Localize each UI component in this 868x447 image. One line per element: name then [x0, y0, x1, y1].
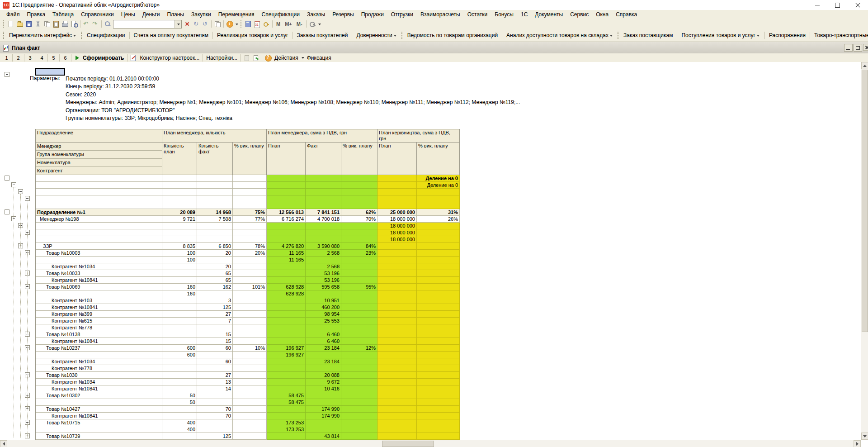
- row-name-cell[interactable]: Товар №10237: [36, 345, 162, 352]
- value-cell[interactable]: [417, 284, 460, 290]
- value-cell[interactable]: [162, 297, 197, 304]
- column-header[interactable]: Кількість факт: [197, 143, 233, 175]
- menu-item[interactable]: Отгрузки: [387, 10, 417, 19]
- value-cell[interactable]: [341, 175, 377, 182]
- interface-button[interactable]: Спецификации: [84, 31, 127, 40]
- value-cell[interactable]: [162, 311, 197, 318]
- value-cell[interactable]: [417, 413, 460, 419]
- value-cell[interactable]: [162, 318, 197, 324]
- row-name-cell[interactable]: [36, 175, 162, 182]
- value-cell[interactable]: [197, 189, 233, 195]
- value-cell[interactable]: [377, 195, 417, 202]
- value-cell[interactable]: [162, 331, 197, 338]
- row-name-cell[interactable]: [36, 195, 162, 202]
- menu-item[interactable]: 1С: [517, 10, 531, 19]
- interface-button[interactable]: Заказ поставщикам: [621, 31, 675, 40]
- value-cell[interactable]: 77%: [233, 216, 267, 223]
- value-cell[interactable]: [162, 413, 197, 419]
- value-cell[interactable]: 6 460: [306, 338, 341, 345]
- value-cell[interactable]: 18 000 000: [377, 223, 417, 229]
- scroll-up-button[interactable]: [861, 62, 868, 69]
- value-cell[interactable]: [233, 331, 267, 338]
- settings-constructor-button[interactable]: Конструктор настроек...: [138, 55, 201, 61]
- menu-item[interactable]: Спецификации: [258, 10, 303, 19]
- vertical-scrollbar-thumb[interactable]: [862, 70, 868, 332]
- value-cell[interactable]: [197, 257, 233, 263]
- value-cell[interactable]: 125: [197, 304, 233, 311]
- menu-item[interactable]: Документы: [531, 10, 566, 19]
- value-cell[interactable]: 9 721: [162, 216, 197, 223]
- value-cell[interactable]: [417, 433, 460, 440]
- menu-item[interactable]: Продажи: [358, 10, 387, 19]
- value-cell[interactable]: [306, 419, 341, 426]
- row-name-cell[interactable]: Контрагент №1034: [36, 263, 162, 270]
- value-cell[interactable]: 20 089: [162, 209, 197, 216]
- value-cell[interactable]: [377, 324, 417, 331]
- value-cell[interactable]: [377, 385, 417, 392]
- value-cell[interactable]: 400: [162, 426, 197, 433]
- value-cell[interactable]: [162, 263, 197, 270]
- value-cell[interactable]: [341, 385, 377, 392]
- value-cell[interactable]: [267, 372, 306, 379]
- value-cell[interactable]: 14 968: [197, 209, 233, 216]
- save-settings-icon[interactable]: [252, 54, 259, 62]
- value-cell[interactable]: [417, 379, 460, 385]
- value-cell[interactable]: [417, 426, 460, 433]
- value-cell[interactable]: [306, 189, 341, 195]
- row-name-cell[interactable]: Товар №10003: [36, 250, 162, 257]
- value-cell[interactable]: [267, 365, 306, 372]
- row-name-cell[interactable]: [36, 202, 162, 209]
- value-cell[interactable]: 27: [197, 311, 233, 318]
- value-cell[interactable]: [233, 257, 267, 263]
- menu-item[interactable]: Перемещения: [215, 10, 258, 19]
- interface-button[interactable]: Счета на оплату покупателям: [131, 31, 211, 40]
- value-cell[interactable]: 460 200: [306, 304, 341, 311]
- value-cell[interactable]: [377, 352, 417, 358]
- value-cell[interactable]: [233, 426, 267, 433]
- menu-item[interactable]: Бонусы: [491, 10, 517, 19]
- row-name-cell[interactable]: [36, 352, 162, 358]
- row-name-cell[interactable]: Товар №10427: [36, 406, 162, 413]
- row-name-cell[interactable]: [36, 182, 162, 189]
- generate-button[interactable]: Сформировать: [81, 55, 126, 61]
- scroll-left-button[interactable]: [0, 440, 7, 447]
- value-cell[interactable]: [233, 406, 267, 413]
- value-cell[interactable]: 10 416: [306, 385, 341, 392]
- value-cell[interactable]: [306, 290, 341, 297]
- value-cell[interactable]: 31%: [417, 209, 460, 216]
- value-cell[interactable]: 50: [162, 399, 197, 406]
- value-cell[interactable]: [267, 277, 306, 284]
- value-cell[interactable]: [341, 236, 377, 243]
- value-cell[interactable]: [233, 223, 267, 229]
- interface-button[interactable]: Реализация товаров и услуг: [214, 31, 291, 40]
- value-cell[interactable]: [233, 379, 267, 385]
- value-cell[interactable]: 100: [162, 250, 197, 257]
- value-cell[interactable]: 43 814: [306, 433, 341, 440]
- value-cell[interactable]: 3: [197, 297, 233, 304]
- value-cell[interactable]: 12%: [341, 345, 377, 352]
- value-cell[interactable]: [417, 243, 460, 250]
- menu-item[interactable]: Справочники: [77, 10, 118, 19]
- value-cell[interactable]: [233, 318, 267, 324]
- value-cell[interactable]: [341, 263, 377, 270]
- value-cell[interactable]: [267, 202, 306, 209]
- value-cell[interactable]: [341, 331, 377, 338]
- row-name-cell[interactable]: Товар №10715: [36, 419, 162, 426]
- page-button-6[interactable]: 6: [61, 54, 70, 62]
- value-cell[interactable]: 78%: [233, 243, 267, 250]
- value-cell[interactable]: 62%: [341, 209, 377, 216]
- value-cell[interactable]: [417, 365, 460, 372]
- row-name-cell[interactable]: Товар №10302: [36, 392, 162, 399]
- row-dimension-header[interactable]: Номенклатура: [36, 159, 162, 167]
- value-cell[interactable]: 600: [162, 345, 197, 352]
- row-name-cell[interactable]: [36, 189, 162, 195]
- value-cell[interactable]: [306, 202, 341, 209]
- value-cell[interactable]: [306, 392, 341, 399]
- value-cell[interactable]: [306, 195, 341, 202]
- value-cell[interactable]: 196 927: [267, 352, 306, 358]
- value-cell[interactable]: [341, 392, 377, 399]
- value-cell[interactable]: [341, 413, 377, 419]
- interface-button[interactable]: Анализ доступности товаров на складах: [504, 31, 616, 40]
- row-name-cell[interactable]: Контрагент №778: [36, 324, 162, 331]
- value-cell[interactable]: 60: [197, 358, 233, 365]
